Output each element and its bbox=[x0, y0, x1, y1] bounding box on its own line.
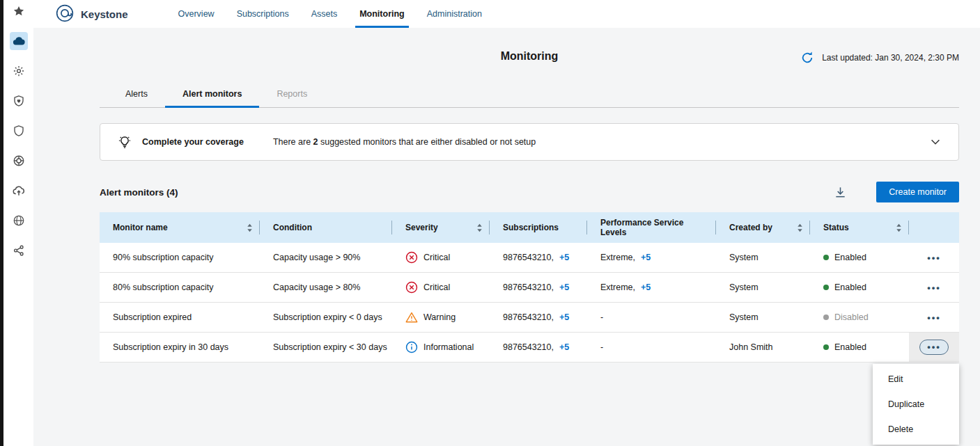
chevron-down-icon[interactable] bbox=[929, 136, 942, 148]
app-sidebar bbox=[3, 0, 33, 446]
critical-icon bbox=[405, 281, 418, 294]
support-icon[interactable] bbox=[10, 152, 28, 170]
condition-cell: Subscription expiry < 30 days bbox=[260, 342, 392, 352]
cloud-icon[interactable] bbox=[10, 32, 28, 50]
tab-reports[interactable]: Reports bbox=[259, 82, 325, 107]
banner-title: Complete your coverage bbox=[142, 137, 244, 147]
column-header-subscriptions: Subscriptions bbox=[490, 212, 587, 243]
column-header-condition: Condition bbox=[260, 212, 392, 243]
row-overflow-menu-icon[interactable] bbox=[927, 283, 941, 292]
service-levels-more-link[interactable]: +5 bbox=[641, 253, 651, 262]
condition-cell: Capacity usage > 90% bbox=[260, 253, 392, 262]
warning-icon bbox=[405, 311, 418, 324]
row-overflow-menu-icon[interactable] bbox=[927, 313, 941, 322]
condition-cell: Subscription expiry < 0 days bbox=[260, 312, 392, 322]
table-row: Subscription expired Subscription expiry… bbox=[100, 303, 959, 333]
gear-icon[interactable] bbox=[10, 62, 28, 80]
download-icon[interactable] bbox=[834, 186, 847, 199]
tab-alerts[interactable]: Alerts bbox=[108, 82, 165, 107]
create-monitor-button[interactable]: Create monitor bbox=[876, 182, 959, 202]
tab-alert-monitors[interactable]: Alert monitors bbox=[165, 82, 259, 107]
page-content: Monitoring Last updated: Jan 30, 2024, 2… bbox=[33, 28, 980, 446]
banner-count: 2 bbox=[313, 137, 318, 147]
top-bar: Keystone Overview Subscriptions Assets M… bbox=[33, 0, 980, 28]
nav-administration[interactable]: Administration bbox=[416, 0, 493, 28]
created-by-cell: System bbox=[716, 253, 810, 262]
sort-icon bbox=[247, 223, 253, 232]
shield-icon[interactable] bbox=[10, 122, 28, 140]
monitor-name-cell: 90% subscription capacity bbox=[100, 253, 260, 262]
status-cell: Disabled bbox=[810, 312, 909, 322]
table-row: 90% subscription capacity Capacity usage… bbox=[100, 243, 959, 273]
subscriptions-more-link[interactable]: +5 bbox=[559, 282, 569, 292]
severity-cell: Critical bbox=[392, 281, 490, 294]
refresh-icon[interactable] bbox=[800, 51, 814, 65]
row-actions-cell bbox=[909, 303, 959, 332]
created-by-cell: System bbox=[716, 282, 810, 292]
sort-icon bbox=[476, 223, 483, 232]
share-network-icon[interactable] bbox=[10, 241, 28, 260]
page-header: Monitoring Last updated: Jan 30, 2024, 2… bbox=[100, 28, 959, 63]
shield-heart-icon[interactable] bbox=[10, 92, 28, 110]
created-by-cell: System bbox=[716, 312, 810, 322]
table-header-row: Monitor name Condition Severity Subscrip… bbox=[100, 212, 959, 243]
subscriptions-more-link[interactable]: +5 bbox=[559, 342, 569, 352]
service-levels-more-link[interactable]: +5 bbox=[641, 282, 651, 292]
primary-nav: Overview Subscriptions Assets Monitoring… bbox=[167, 0, 493, 28]
brand-name: Keystone bbox=[81, 8, 128, 20]
info-icon bbox=[405, 341, 418, 353]
brand: Keystone bbox=[56, 0, 128, 28]
status-cell: Enabled bbox=[810, 282, 909, 292]
page-title: Monitoring bbox=[501, 50, 559, 63]
condition-cell: Capacity usage > 80% bbox=[260, 282, 392, 292]
row-overflow-menu-icon[interactable] bbox=[919, 340, 949, 355]
column-header-severity[interactable]: Severity bbox=[392, 212, 490, 243]
status-dot bbox=[823, 255, 829, 260]
cloud-arrow-icon[interactable] bbox=[10, 182, 28, 200]
nav-overview[interactable]: Overview bbox=[167, 0, 226, 28]
subscriptions-cell: 9876543210,+5 bbox=[490, 312, 587, 322]
status-dot bbox=[823, 314, 829, 320]
menu-item-delete[interactable]: Delete bbox=[873, 417, 959, 442]
created-by-cell: John Smith bbox=[716, 342, 810, 352]
menu-item-duplicate[interactable]: Duplicate bbox=[873, 392, 959, 417]
column-header-status[interactable]: Status bbox=[810, 212, 909, 243]
sort-icon bbox=[797, 223, 803, 232]
subscriptions-cell: 9876543210,+5 bbox=[490, 342, 587, 352]
critical-icon bbox=[405, 251, 418, 264]
nav-subscriptions[interactable]: Subscriptions bbox=[226, 0, 300, 28]
monitors-heading: Alert monitors (4) bbox=[100, 187, 178, 198]
status-dot bbox=[823, 344, 829, 350]
column-header-monitor-name[interactable]: Monitor name bbox=[100, 212, 260, 243]
globe-icon[interactable] bbox=[10, 212, 28, 230]
service-levels-cell: Extreme,+5 bbox=[587, 253, 716, 262]
monitor-name-cell: Subscription expiry in 30 days bbox=[100, 342, 260, 352]
app-root: Keystone Overview Subscriptions Assets M… bbox=[0, 0, 980, 446]
nav-monitoring[interactable]: Monitoring bbox=[348, 0, 416, 28]
monitor-name-cell: 80% subscription capacity bbox=[100, 282, 260, 292]
severity-cell: Informational bbox=[392, 341, 490, 353]
menu-item-edit[interactable]: Edit bbox=[873, 367, 959, 392]
status-dot bbox=[823, 285, 829, 290]
row-context-menu: Edit Duplicate Delete bbox=[873, 364, 959, 445]
lightbulb-icon bbox=[117, 134, 132, 150]
service-levels-cell: - bbox=[587, 312, 716, 322]
table-row: Subscription expiry in 30 days Subscript… bbox=[100, 333, 959, 363]
column-header-created-by[interactable]: Created by bbox=[716, 212, 810, 243]
monitor-name-cell: Subscription expired bbox=[100, 312, 260, 322]
subscriptions-more-link[interactable]: +5 bbox=[559, 253, 569, 262]
last-updated: Last updated: Jan 30, 2024, 2:30 PM bbox=[800, 51, 959, 65]
subscriptions-more-link[interactable]: +5 bbox=[559, 312, 569, 322]
subscriptions-cell: 9876543210,+5 bbox=[490, 253, 587, 262]
monitors-table: Monitor name Condition Severity Subscrip… bbox=[100, 212, 959, 363]
row-actions-cell bbox=[909, 273, 959, 302]
tab-bar: Alerts Alert monitors Reports bbox=[100, 82, 959, 108]
subscriptions-cell: 9876543210,+5 bbox=[490, 282, 587, 292]
service-levels-cell: - bbox=[587, 342, 716, 352]
row-overflow-menu-icon[interactable] bbox=[927, 253, 941, 262]
last-updated-text: Last updated: Jan 30, 2024, 2:30 PM bbox=[822, 53, 959, 63]
severity-cell: Warning bbox=[392, 311, 490, 324]
coverage-banner: Complete your coverage There are 2 sugge… bbox=[100, 123, 959, 161]
star-icon[interactable] bbox=[10, 2, 28, 20]
nav-assets[interactable]: Assets bbox=[300, 0, 349, 28]
